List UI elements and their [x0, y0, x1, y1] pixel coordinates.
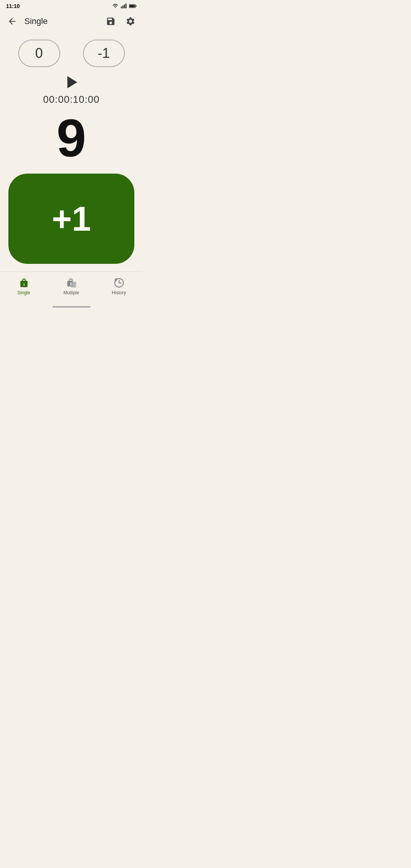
svg-rect-6 [129, 5, 135, 7]
nav-item-multiple[interactable]: 2 Multiple [48, 275, 95, 298]
svg-rect-3 [126, 3, 127, 8]
history-nav-icon [113, 277, 125, 289]
home-indicator [0, 304, 143, 309]
nav-item-history[interactable]: History [95, 275, 143, 298]
score-right[interactable]: -1 [83, 40, 125, 67]
main-content: 0 -1 00:00:10:00 9 +1 [0, 32, 143, 271]
status-time: 11:10 [6, 3, 20, 9]
status-bar: 11:10 [0, 0, 143, 11]
score-left[interactable]: 0 [18, 40, 60, 67]
battery-icon [129, 3, 137, 9]
signal-icon [121, 3, 127, 9]
multiple-nav-icon: 2 [66, 277, 77, 289]
nav-label-history: History [112, 290, 126, 295]
svg-rect-0 [121, 6, 122, 8]
current-count: 9 [0, 106, 143, 174]
page-title: Single [24, 16, 99, 26]
play-triangle-icon [67, 76, 77, 88]
play-row [0, 71, 143, 92]
svg-rect-1 [123, 6, 124, 8]
nav-item-single[interactable]: 1 Single [0, 275, 48, 298]
bottom-nav: 1 Single 2 Multiple History [0, 271, 143, 304]
svg-rect-2 [124, 5, 125, 8]
svg-rect-5 [135, 5, 136, 7]
wifi-icon [112, 3, 118, 9]
settings-button[interactable] [123, 14, 138, 29]
increment-area: +1 [0, 174, 143, 268]
home-bar [53, 306, 91, 308]
increment-button[interactable]: +1 [8, 174, 134, 264]
timer-display: 00:00:10:00 [0, 92, 143, 106]
nav-label-multiple: Multiple [64, 290, 79, 295]
nav-label-single: Single [18, 290, 30, 295]
score-row: 0 -1 [0, 32, 143, 71]
svg-text:1: 1 [23, 282, 25, 286]
back-button[interactable] [5, 14, 20, 29]
svg-text:2: 2 [70, 282, 72, 286]
app-bar: Single [0, 11, 143, 32]
save-button[interactable] [103, 14, 118, 29]
increment-label: +1 [52, 202, 91, 236]
play-button[interactable] [63, 74, 80, 91]
single-nav-icon: 1 [18, 277, 30, 289]
status-icons [112, 3, 137, 9]
